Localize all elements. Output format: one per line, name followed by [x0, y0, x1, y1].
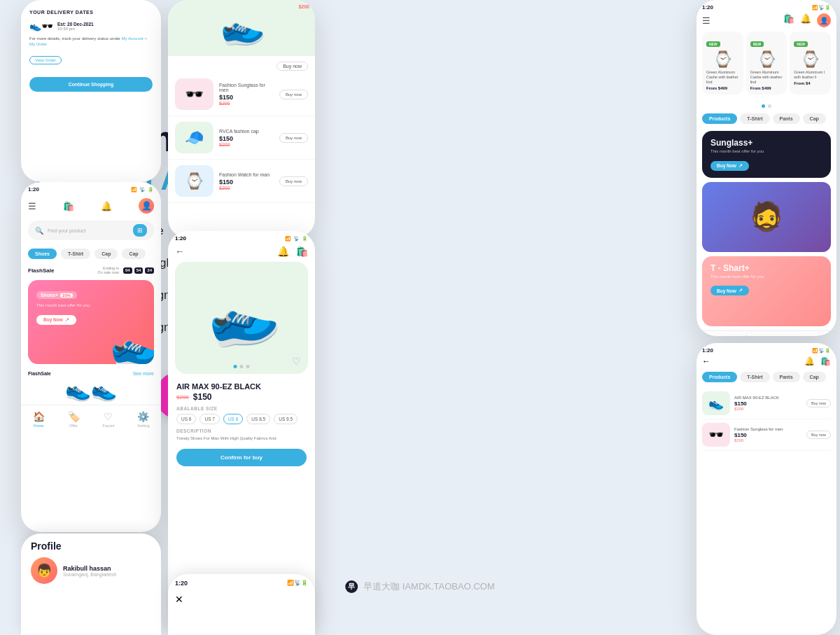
tab-cap[interactable]: Cap	[122, 249, 145, 259]
dot-3[interactable]	[246, 365, 250, 368]
user-location: Sunamganj, Bangladesh	[63, 572, 116, 577]
watch-name-0: Green Aluminum Cashe with leather lind	[706, 70, 739, 85]
back-icon[interactable]: ←	[175, 246, 185, 257]
hero-buy-btn[interactable]: Buy now	[168, 56, 315, 73]
product-row-0: 🕶️ Fashion Sunglass for men $150 $200 Bu…	[168, 73, 315, 116]
watermark: 早 早道大咖 IAMDK.TAOBAO.COM	[345, 580, 495, 593]
phone6-back[interactable]: ←	[702, 356, 710, 366]
rp-nav-favorit[interactable]: ♡ Favorit	[778, 335, 790, 336]
phone6-bell[interactable]: 🔔	[804, 356, 815, 366]
phone6-tab-tshirt[interactable]: T-Shirt	[740, 372, 769, 382]
size-us7[interactable]: US 7	[200, 414, 219, 424]
phone6-cart[interactable]: 🛍️	[820, 356, 831, 366]
phone6-info-1: Fashion Sunglass for men $150 $200	[734, 427, 802, 442]
rp-nav-home[interactable]: 🏠 Home	[708, 335, 720, 336]
dot-1[interactable]	[234, 365, 237, 368]
delivery-date: Est: 20 Dec-2021	[57, 22, 94, 27]
bell-icon[interactable]: 🔔	[101, 201, 112, 211]
size-label: ABALABLE SIZE	[176, 406, 307, 411]
phone5-cart[interactable]: 🛍️	[783, 13, 794, 27]
product-info-2: Fashion Watch for man $150 $200	[219, 172, 274, 190]
phone5-bottom-nav: 🏠 Home 🏷️ Offer ♡ Favorit ⚙️ Setting	[696, 330, 836, 336]
nav-setting[interactable]: ⚙️ Setting	[137, 411, 149, 428]
phone6-tab-cap[interactable]: Cap	[803, 372, 826, 382]
phone7-close[interactable]: ✕	[175, 594, 183, 605]
old-price: $200	[176, 394, 189, 400]
right-panel: 1:20 📶📡🔋 ☰ 🛍️ 🔔 👤 NEW ⌚ Green Aluminum C…	[696, 0, 840, 635]
dark-promo-btn[interactable]: Buy Now ↗	[710, 161, 749, 171]
product-image-0: 🕶️	[175, 78, 214, 110]
buy-button-1[interactable]: Buy now	[279, 133, 308, 143]
wishlist-icon[interactable]: ♡	[292, 356, 301, 367]
tab-tshirt-rp[interactable]: T-Shirt	[740, 113, 769, 124]
see-more-link[interactable]: See more	[133, 371, 154, 376]
rp-nav-offer[interactable]: 🏷️ Offer	[743, 335, 755, 336]
watermark-logo: 早	[345, 580, 358, 593]
promo-buy-button[interactable]: Buy Now ↗	[36, 315, 76, 325]
profile-user: 👦 Rakibull hassan Sunamganj, Bangladesh	[31, 557, 151, 584]
product-image-2: ⌚	[175, 165, 214, 197]
size-us85[interactable]: US 8.5	[246, 414, 270, 424]
tab-cap-rp[interactable]: Cap	[803, 113, 826, 124]
watch-new-badge-1: NEW	[750, 41, 764, 47]
phone5-bell[interactable]: 🔔	[800, 13, 811, 27]
product-row-2: ⌚ Fashion Watch for man $150 $200 Buy no…	[168, 160, 315, 203]
tab-tshirt[interactable]: T-Shirt	[61, 249, 90, 259]
phone6-thumb-0: 👟	[702, 391, 730, 415]
search-bar[interactable]: 🔍 Find your product ⊞	[28, 221, 154, 240]
tab-pants-rp[interactable]: Pants	[773, 113, 800, 124]
nav-home[interactable]: 🏠 Home	[33, 411, 45, 428]
watch-image-2: ⌚	[794, 50, 827, 69]
delivery-link[interactable]: My Account > My Order	[29, 36, 147, 46]
phone6-tab-pants[interactable]: Pants	[773, 372, 800, 382]
watch-card-1: NEW ⌚ Green Aluminum Cashe with leather …	[746, 32, 788, 95]
pink-promo-btn[interactable]: Buy Now ↗	[710, 286, 749, 295]
promo-subtitle: This month best offer for you.	[36, 303, 146, 307]
continue-shopping-button[interactable]: Continue Shopping	[29, 77, 153, 92]
promo-title-tag: Shoes+	[41, 293, 58, 298]
size-us95[interactable]: US 9.5	[274, 414, 298, 424]
profile-title: Profile	[31, 540, 151, 552]
tab-products[interactable]: Products	[702, 113, 737, 124]
menu-icon[interactable]: ☰	[28, 201, 36, 211]
phone6-buy-0[interactable]: Buy now	[806, 399, 831, 407]
size-options: US 6 US 7 US 8 US 8.5 US 9.5	[176, 414, 307, 424]
phone5-avatar[interactable]: 👤	[817, 13, 831, 27]
avatar[interactable]: 👤	[139, 198, 154, 214]
buy-button-2[interactable]: Buy now	[279, 176, 308, 186]
timer-m: 54	[134, 267, 144, 274]
size-us6[interactable]: US 6	[176, 414, 196, 424]
nav-favorit[interactable]: ♡ Favorit	[103, 411, 115, 428]
rp-nav-setting[interactable]: ⚙️ Setting	[813, 335, 825, 336]
grid-button[interactable]: ⊞	[133, 224, 147, 237]
dot-2[interactable]	[240, 365, 244, 368]
bell-icon-2[interactable]: 🔔	[277, 246, 289, 257]
watch-new-badge-2: NEW	[794, 41, 808, 47]
confirm-buy-button[interactable]: Confirm for buy	[176, 449, 307, 466]
nav-offer[interactable]: 🏷️ Offer	[68, 411, 80, 428]
cart-icon[interactable]: 🛍️	[63, 201, 74, 211]
detail-content: AIR MAX 90-EZ BLACK $200 $150 ABALABLE S…	[168, 377, 315, 472]
hero-price: $200	[298, 4, 309, 9]
tab-caps[interactable]: Cap	[94, 249, 118, 259]
phone6-tab-products[interactable]: Products	[702, 372, 737, 382]
phone6-buy-1[interactable]: Buy now	[806, 431, 831, 439]
tab-shoes[interactable]: Shoes	[28, 249, 57, 259]
phone6-product-1: 🕶️ Fashion Sunglass for men $150 $200 Bu…	[702, 419, 831, 451]
flash-timer: Ending in On sale now 04 54 34	[97, 266, 154, 274]
product-row-1: 🧢 RVCA fashion cap $150 $200 Buy now	[168, 116, 315, 160]
view-order-button[interactable]: View Order	[29, 56, 62, 64]
watch-products: NEW ⌚ Green Aluminum Cashe with leather …	[696, 29, 836, 103]
promo-tag: Shoes+ 20%	[36, 291, 77, 299]
phone-products-tabs: 1:20 📶📡🔋 ☰ 🛍️ 🔔 👤 NEW ⌚ Green Aluminum C…	[696, 0, 836, 336]
product-detail-name: AIR MAX 90-EZ BLACK	[176, 382, 307, 391]
size-us8[interactable]: US 8	[223, 414, 243, 424]
buy-button-0[interactable]: Buy now	[279, 90, 308, 99]
cart-icon-2[interactable]: 🛍️	[296, 246, 308, 257]
bottom-nav: 🏠 Home 🏷️ Offer ♡ Favorit ⚙️ Setting	[21, 405, 161, 432]
product-info-0: Fashion Sunglass for men $150 $200	[219, 83, 274, 106]
watch-name-1: Green Aluminum Cashe with leather lind	[750, 70, 783, 85]
phone5-menu[interactable]: ☰	[702, 15, 710, 26]
product-description: Trendy Shoes For Man With High Quality F…	[176, 435, 307, 442]
phone6-time: 1:20	[702, 347, 713, 354]
